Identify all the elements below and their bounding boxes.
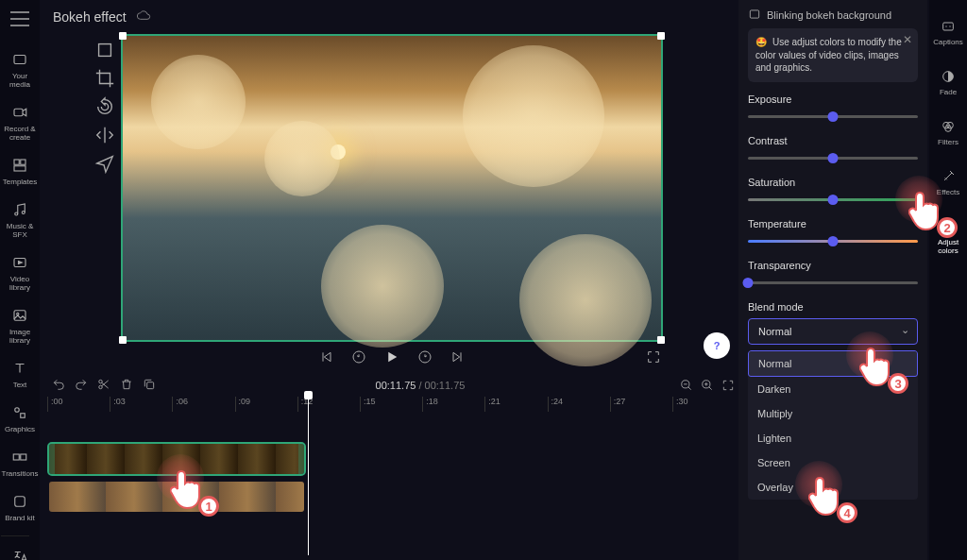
timeline-tracks: [47, 444, 735, 519]
rnav-label: Adjust colors: [938, 238, 959, 255]
resize-handle-top-right[interactable]: [657, 32, 665, 40]
svg-point-5: [15, 212, 18, 215]
prop-label: Contrast: [748, 135, 918, 146]
clip-trim-left[interactable]: [49, 444, 55, 474]
blend-mode-options: Normal Darken Multiply Lighten Screen Ov…: [748, 350, 918, 500]
rnav-label: Effects: [937, 188, 959, 196]
rnav-effects[interactable]: Effects: [930, 163, 966, 202]
rotate-tool-icon[interactable]: [94, 96, 115, 117]
ruler-tick: :24: [548, 397, 610, 412]
nav-label: Brand kit: [5, 514, 35, 522]
ruler-tick: :18: [422, 397, 484, 412]
clip-trim-right[interactable]: [298, 444, 304, 474]
nav-music-sfx[interactable]: Music & SFX: [1, 195, 39, 245]
nav-image-library[interactable]: Image library: [1, 301, 39, 350]
resize-handle-top-left[interactable]: [119, 32, 127, 40]
zoom-in-icon[interactable]: [701, 378, 714, 393]
current-time: 00:11.75: [376, 380, 416, 391]
svg-rect-3: [21, 160, 25, 164]
split-icon[interactable]: [97, 378, 110, 393]
blend-mode-selected: Normal: [758, 326, 791, 337]
fullscreen-icon[interactable]: [646, 349, 661, 366]
nav-graphics[interactable]: Graphics: [1, 399, 39, 439]
flip-tool-icon[interactable]: [94, 125, 115, 145]
selected-clip-title: Blinking bokeh background: [767, 9, 891, 21]
saturation-slider[interactable]: [748, 194, 918, 207]
project-title[interactable]: Bokeh effect: [53, 9, 127, 25]
ruler-tick: :27: [610, 397, 672, 412]
blend-option-multiply[interactable]: Multiply: [748, 401, 918, 426]
prop-label: Temperature: [748, 218, 918, 229]
blend-option-darken[interactable]: Darken: [748, 377, 918, 401]
rnav-adjust-colors[interactable]: Adjust colors: [930, 213, 966, 261]
svg-rect-2: [14, 160, 19, 164]
send-tool-icon[interactable]: [94, 153, 115, 174]
skip-back-icon[interactable]: [319, 349, 334, 366]
timecode: 00:11.75 / 00:11.75: [161, 380, 680, 391]
resize-handle-bottom-right[interactable]: [657, 336, 665, 344]
divider: [1, 535, 29, 536]
prop-label: Transparency: [748, 260, 918, 271]
video-track-1[interactable]: [47, 444, 735, 478]
nav-templates[interactable]: Templates: [1, 151, 39, 192]
nav-transitions[interactable]: Transitions: [1, 443, 39, 484]
exposure-slider[interactable]: [748, 110, 918, 124]
tip-emoji-icon: 🤩: [755, 36, 767, 49]
rnav-label: Filters: [938, 138, 959, 146]
svg-rect-8: [14, 311, 25, 321]
duplicate-icon[interactable]: [143, 378, 156, 393]
nav-label: Transitions: [2, 469, 39, 478]
contrast-slider[interactable]: [748, 152, 918, 165]
preview-tool-strip: [94, 40, 117, 174]
help-button[interactable]: ?: [704, 332, 730, 359]
zoom-out-icon[interactable]: [680, 378, 693, 393]
nav-label: Image library: [9, 328, 30, 345]
skip-forward-icon[interactable]: [450, 349, 465, 366]
nav-your-media[interactable]: Your media: [1, 45, 39, 94]
nav-label: Templates: [3, 178, 37, 186]
svg-rect-13: [21, 454, 26, 460]
prop-temperature: Temperature: [748, 218, 918, 248]
prop-label: Blend mode: [748, 301, 918, 313]
ruler-tick: :30: [672, 397, 735, 412]
prop-blend-mode: Blend mode Normal Normal Darken Multiply…: [748, 301, 918, 500]
select-tool-icon[interactable]: [94, 40, 115, 60]
blend-option-lighten[interactable]: Lighten: [748, 426, 918, 450]
transparency-slider[interactable]: [748, 277, 918, 290]
redo-icon[interactable]: [75, 378, 88, 393]
delete-icon[interactable]: [120, 378, 133, 393]
crop-tool-icon[interactable]: [94, 68, 115, 89]
nav-video-library[interactable]: Video library: [1, 248, 39, 297]
nav-label: Music & SFX: [7, 222, 33, 239]
nav-locale[interactable]: en-US: [1, 542, 39, 560]
menu-icon[interactable]: [8, 9, 31, 28]
blend-option-screen[interactable]: Screen: [748, 450, 918, 475]
timeline-ruler[interactable]: :00 :03 :06 :09 :12 :15 :18 :21 :24 :27 …: [47, 397, 735, 412]
play-icon[interactable]: [383, 348, 400, 367]
rnav-label: Fade: [940, 88, 957, 96]
blend-mode-dropdown[interactable]: Normal: [748, 318, 918, 345]
nav-brand-kit[interactable]: Brand kit: [1, 487, 39, 528]
close-icon[interactable]: ✕: [903, 32, 912, 47]
video-track-2[interactable]: [47, 482, 735, 516]
clip-sunset[interactable]: [49, 482, 304, 512]
blend-option-overlay[interactable]: Overlay: [748, 475, 918, 500]
rnav-filters[interactable]: Filters: [930, 113, 966, 152]
blend-option-normal[interactable]: Normal: [748, 350, 918, 377]
rnav-fade[interactable]: Fade: [930, 63, 966, 102]
step-back-icon[interactable]: [351, 349, 366, 366]
nav-record-create[interactable]: Record & create: [1, 98, 39, 147]
resize-handle-bottom-left[interactable]: [119, 336, 127, 344]
zoom-fit-icon[interactable]: [721, 378, 735, 393]
selected-clip-header: Blinking bokeh background: [748, 8, 918, 23]
nav-text[interactable]: Text: [1, 354, 39, 395]
clip-bokeh[interactable]: [49, 444, 304, 474]
rnav-captions[interactable]: Captions: [930, 13, 966, 52]
temperature-slider[interactable]: [748, 235, 918, 248]
undo-icon[interactable]: [52, 378, 65, 393]
video-preview[interactable]: [123, 36, 661, 340]
ruler-tick: :21: [484, 397, 547, 412]
step-forward-icon[interactable]: [417, 349, 433, 366]
cloud-sync-icon: [136, 8, 151, 25]
nav-label: Your media: [9, 72, 30, 89]
